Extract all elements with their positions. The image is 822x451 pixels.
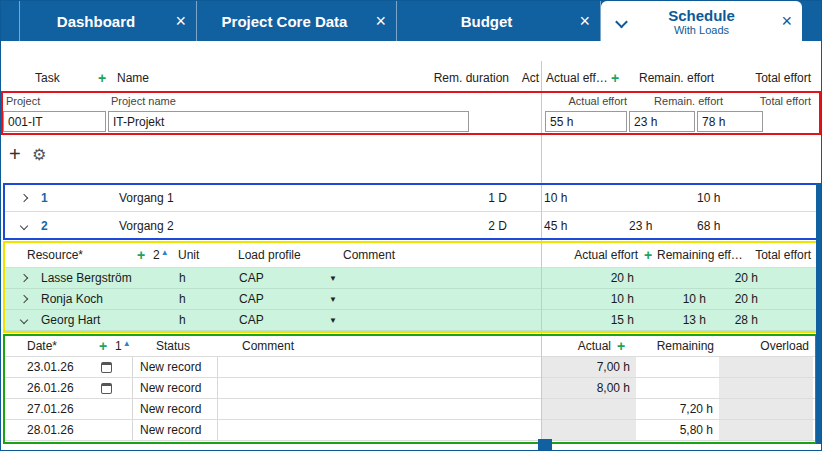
task-remaining-effort: 23 h (629, 212, 652, 239)
tab-menu-chevron[interactable] (617, 13, 626, 30)
add-task-button[interactable]: + (98, 65, 106, 91)
resource-unit: h (179, 289, 186, 309)
col-project-name: Project name (111, 93, 176, 109)
tab-dashboard[interactable]: Dashboard × (19, 1, 196, 41)
project-actual-effort-field[interactable]: 55 h (545, 111, 627, 132)
date-sort-indicator[interactable]: 1▲ (115, 336, 131, 356)
comment-cell[interactable] (218, 357, 541, 377)
tab-label: Budget (461, 13, 513, 30)
vertical-scrollbar[interactable] (816, 183, 822, 444)
comment-cell[interactable] (218, 420, 541, 440)
date-value[interactable]: 26.01.26 (27, 378, 74, 398)
task-number: 2 (41, 212, 48, 239)
close-icon[interactable]: × (579, 12, 590, 30)
table-row-task-2[interactable]: 2 Vorgang 2 2 D 45 h 23 h 68 h (5, 212, 819, 239)
table-row-resource-2[interactable]: Ronja Koch h CAP ▼ 10 h 10 h 20 h (5, 289, 819, 310)
expand-chevron[interactable] (21, 268, 27, 288)
dropdown-arrow-icon[interactable]: ▼ (329, 289, 337, 309)
scrollbar-thumb[interactable] (538, 439, 552, 450)
add-row-button[interactable]: + (9, 139, 21, 169)
gear-icon[interactable]: ⚙ (32, 139, 46, 169)
calendar-icon[interactable] (101, 357, 112, 377)
task-total-effort: 10 h (697, 185, 720, 211)
remaining-cell[interactable]: 5,80 h (636, 420, 719, 440)
col-act-truncated: Act (517, 65, 539, 91)
status-cell[interactable]: New record (132, 357, 218, 377)
table-row-date-2[interactable]: 26.01.26 New record 8,00 h (5, 378, 819, 399)
col-resource: Resource* (27, 243, 83, 267)
tab-budget[interactable]: Budget × (396, 1, 601, 41)
close-icon[interactable]: × (175, 12, 186, 30)
tab-project-core-data[interactable]: Project Core Data × (196, 1, 396, 41)
close-icon[interactable]: × (375, 12, 386, 30)
dropdown-arrow-icon[interactable]: ▼ (329, 310, 337, 330)
actual-cell[interactable]: 8,00 h (541, 378, 636, 398)
resource-actual-effort: 10 h (546, 289, 634, 309)
table-row-date-1[interactable]: 23.01.26 New record 7,00 h (5, 357, 819, 378)
table-row-date-4[interactable]: 28.01.26 New record 5,80 h (5, 420, 819, 441)
col-overload: Overload (727, 336, 809, 356)
expand-chevron[interactable] (21, 289, 27, 309)
tab-label-group: Schedule With Loads (668, 7, 735, 36)
task-toolbar: + ⚙ (1, 139, 822, 169)
sort-number: 2 (153, 248, 160, 262)
add-remaining-button[interactable]: + (644, 243, 652, 267)
collapse-chevron[interactable] (21, 212, 27, 239)
add-effort-button[interactable]: + (611, 65, 619, 91)
remaining-cell[interactable] (636, 378, 719, 398)
col-status: Status (156, 336, 190, 356)
close-icon[interactable]: × (781, 12, 792, 30)
load-profile-value[interactable]: CAP (239, 268, 264, 288)
table-row-resource-1[interactable]: Lasse Bergström h CAP ▼ 20 h 20 h (5, 268, 819, 289)
project-remain-effort-field[interactable]: 23 h (629, 111, 695, 132)
remaining-cell[interactable]: 7,20 h (636, 399, 719, 419)
project-code-input[interactable]: 001-IT (3, 111, 106, 132)
remaining-cell[interactable] (636, 357, 719, 377)
project-total-effort-field[interactable]: 78 h (697, 111, 763, 132)
col-unit: Unit (178, 243, 199, 267)
resource-remaining-effort: 10 h (641, 289, 706, 309)
dropdown-arrow-icon[interactable]: ▼ (329, 268, 337, 288)
col-resource-actual-effort: Actual effort (546, 243, 638, 267)
col-project: Project (6, 93, 40, 109)
chevron-right-icon (20, 274, 28, 282)
tab-bar: Dashboard × Project Core Data × Budget ×… (1, 1, 822, 41)
expand-chevron[interactable] (21, 185, 27, 211)
table-row-date-3[interactable]: 27.01.26 New record 7,20 h (5, 399, 819, 420)
resource-unit: h (179, 268, 186, 288)
actual-cell[interactable] (541, 399, 636, 419)
date-value[interactable]: 27.01.26 (27, 399, 74, 419)
resource-header-row: Resource* + 2▲ Unit Load profile Comment… (5, 243, 819, 268)
status-cell[interactable]: New record (132, 420, 218, 440)
status-cell[interactable]: New record (132, 399, 218, 419)
resource-total-effort: 28 h (703, 310, 758, 330)
actual-cell[interactable]: 7,00 h (541, 357, 636, 377)
chevron-down-icon (615, 16, 628, 29)
add-date-button[interactable]: + (99, 336, 107, 356)
load-profile-value[interactable]: CAP (239, 289, 264, 309)
project-name-input[interactable]: IT-Projekt (108, 111, 469, 132)
col-resource-total-effort: Total effort (735, 243, 811, 267)
date-value[interactable]: 23.01.26 (27, 357, 74, 377)
pane-splitter[interactable] (541, 61, 542, 444)
resource-remaining-effort (641, 268, 706, 288)
collapse-chevron[interactable] (21, 310, 27, 330)
date-value[interactable]: 28.01.26 (27, 420, 74, 440)
add-resource-button[interactable]: + (137, 243, 145, 267)
comment-cell[interactable] (218, 378, 541, 398)
sort-asc-icon: ▲ (123, 339, 131, 348)
tab-label: Dashboard (57, 13, 135, 30)
tab-schedule[interactable]: Schedule With Loads × (601, 1, 802, 41)
comment-cell[interactable] (218, 399, 541, 419)
actual-cell[interactable] (541, 420, 636, 440)
table-row-resource-3[interactable]: Georg Hart h CAP ▼ 15 h 13 h 28 h (5, 310, 819, 331)
table-row-task-1[interactable]: 1 Vorgang 1 1 D 10 h 10 h (5, 185, 819, 212)
chevron-right-icon (20, 194, 28, 202)
col-project-actual-effort: Actual effort (541, 93, 627, 109)
add-actual-button[interactable]: + (617, 336, 625, 356)
load-profile-value[interactable]: CAP (239, 310, 264, 330)
resource-sort-indicator[interactable]: 2▲ (153, 243, 169, 267)
status-cell[interactable]: New record (132, 378, 218, 398)
task-name: Vorgang 2 (119, 212, 174, 239)
calendar-icon[interactable] (101, 378, 112, 398)
